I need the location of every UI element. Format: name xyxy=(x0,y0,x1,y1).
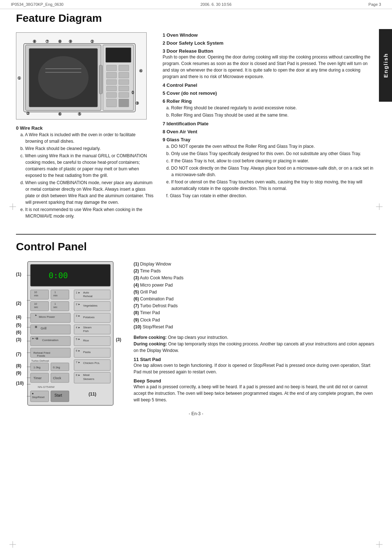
svg-text:1: 1 xyxy=(54,303,56,305)
svg-text:10: 10 xyxy=(34,303,37,305)
glass-tray-f: f. Glass Tray can rotate in either direc… xyxy=(166,193,376,199)
cp-label-1: (1) xyxy=(16,272,21,277)
svg-text:0:00: 0:00 xyxy=(49,271,68,280)
svg-text:Pasta: Pasta xyxy=(83,351,91,354)
svg-text:Vegetables: Vegetables xyxy=(83,304,98,307)
svg-text:Start: Start xyxy=(54,393,62,397)
header-right: Page 3 xyxy=(368,2,381,7)
svg-rect-37 xyxy=(30,290,49,299)
page-wrapper: IP0534_38G70KP_Eng_0630 2006. 6. 30 10:5… xyxy=(0,0,392,424)
wire-rack-item-e: e. It is not recommended to use Wire Rac… xyxy=(20,206,154,219)
item7-heading: 7 Identification Plate xyxy=(163,121,208,126)
glass-tray-d: d. DO NOT cook directly on the Glass Tra… xyxy=(166,165,376,178)
item3-text: Push to open the door. Opening the door … xyxy=(163,54,376,80)
svg-text:min: min xyxy=(34,294,38,297)
crosshair-bottom-left xyxy=(9,541,16,549)
svg-text:sec: sec xyxy=(53,306,57,308)
svg-text:1: 1 xyxy=(54,291,56,293)
wire-rack-list: a. A Wire Rack is included with the oven… xyxy=(16,131,154,219)
svg-text:Reheat: Reheat xyxy=(83,295,93,298)
before-cooking-label: Before cooking: xyxy=(134,335,167,340)
svg-text:Auto: Auto xyxy=(83,291,89,294)
cp-label-3: (3) xyxy=(16,337,21,342)
cp-item-5: (5) Grill Pad xyxy=(134,289,376,296)
svg-text:min: min xyxy=(53,294,57,297)
control-panel-title: Control Panel xyxy=(16,240,376,254)
item9-heading: 9 Glass Tray xyxy=(163,137,376,142)
cp-label-2: (2) xyxy=(16,301,21,306)
cp-item-10: (10) Stop/Reset Pad xyxy=(134,324,376,331)
feature-layout: ⑧ ⑦ ⑧ ⑨ ② ④ ① xyxy=(16,32,376,223)
svg-text:Stop/Reset: Stop/Reset xyxy=(32,396,45,399)
crosshair-right xyxy=(376,203,383,211)
microwave-diagram: ⑧ ⑦ ⑧ ⑨ ② ④ ① xyxy=(16,32,147,119)
svg-text:Clock: Clock xyxy=(53,376,61,380)
microwave-svg: ⑧ ⑦ ⑧ ⑨ ② ④ ① xyxy=(16,32,147,119)
svg-text:⑨: ⑨ xyxy=(69,39,72,44)
beep-sound-text: When a pad is pressed correctly, a beep … xyxy=(134,384,376,403)
control-panel-diagram: (1) (2) (4) (5) (6) (3) (7) (8) (9) (10) xyxy=(16,261,118,406)
beep-sound-heading: Beep Sound xyxy=(134,378,376,384)
item6-heading: 6 Roller Ring xyxy=(163,98,376,104)
svg-text:⑤: ⑤ xyxy=(78,112,81,116)
wire-rack-title: 0 Wire Rack xyxy=(16,125,154,131)
svg-text:7 ►: 7 ► xyxy=(76,361,81,364)
svg-text:►: ► xyxy=(35,314,37,316)
svg-text:⑧: ⑧ xyxy=(33,39,36,44)
cp-item-4: (4) Micro power Pad xyxy=(134,282,376,289)
svg-rect-19 xyxy=(106,99,117,107)
crosshair-left xyxy=(9,203,16,211)
svg-text:■: ■ xyxy=(32,392,33,395)
item-cover: 5 Cover (do not remove) xyxy=(163,90,376,96)
cp-item-9: (9) Clock Pad xyxy=(134,317,376,324)
cp-label-7: (7) xyxy=(16,352,21,357)
svg-text:Fish: Fish xyxy=(83,329,89,333)
control-panel-svg: 0:00 10 min 1 min 1 ► Auto xyxy=(27,261,114,406)
svg-rect-35 xyxy=(30,264,110,286)
feature-diagram-section: Feature Diagram xyxy=(16,12,376,223)
item8-heading: 8 Oven Air Vent xyxy=(163,129,197,134)
svg-text:②: ② xyxy=(90,39,94,44)
svg-rect-11 xyxy=(106,72,117,78)
cp-item-1: (1) Display Window xyxy=(134,261,376,268)
cp-label-3-right: (3) xyxy=(116,337,121,342)
svg-text:⑦: ⑦ xyxy=(45,39,49,44)
section-divider xyxy=(16,234,376,235)
header-left: IP0534_38G70KP_Eng_0630 xyxy=(11,2,64,7)
svg-text:3 ►: 3 ► xyxy=(76,315,81,317)
svg-text:Micro Power: Micro Power xyxy=(39,315,55,319)
before-cooking-text: Before cooking: One tap clears your inst… xyxy=(134,334,376,341)
roller-ring-list: a. Roller Ring should be cleaned regular… xyxy=(163,105,376,118)
svg-text:6 ►: 6 ► xyxy=(76,349,81,352)
wire-rack-block: 0 Wire Rack a. A Wire Rack is included w… xyxy=(16,125,154,219)
item-door-release: 3 Door Release Button Push to open the d… xyxy=(163,48,376,80)
roller-ring-b: b. Roller Ring and Glass Tray should be … xyxy=(166,112,376,118)
cp-label-4: (4) xyxy=(16,315,21,320)
control-left-col: (1) (2) (4) (5) (6) (3) (7) (8) (9) (10) xyxy=(16,261,125,406)
feature-diagram-title: Feature Diagram xyxy=(16,12,376,26)
footer-text: - En-3 - xyxy=(189,411,203,416)
item-oven-air-vent: 8 Oven Air Vent xyxy=(163,129,376,134)
wire-rack-item-d: d. When using the COMBINATION mode, neve… xyxy=(20,179,154,206)
svg-text:Steam: Steam xyxy=(83,326,91,329)
english-sidebar-label: English xyxy=(379,29,392,102)
svg-text:Combination: Combination xyxy=(42,339,58,342)
svg-rect-8 xyxy=(106,48,131,62)
cp-label-5: (5) xyxy=(16,323,21,328)
item-control-panel: 4 Control Panel xyxy=(163,82,376,88)
wire-rack-item-a: a. A Wire Rack is included with the oven… xyxy=(20,131,154,145)
svg-rect-20 xyxy=(119,99,129,107)
header-middle: 2006. 6. 30 10:56 xyxy=(200,2,232,7)
item-glass-tray: 9 Glass Tray a. DO NOT operate the oven … xyxy=(163,137,376,199)
svg-rect-10 xyxy=(119,65,129,71)
inner-content: Feature Diagram xyxy=(0,9,392,424)
svg-text:10: 10 xyxy=(34,291,37,293)
item2-heading: 2 Door Safety Lock System xyxy=(163,40,224,46)
cp-label-6: (6) xyxy=(16,330,21,335)
svg-text:Chicken Pcs.: Chicken Pcs. xyxy=(83,361,100,365)
feature-left-col: ⑧ ⑦ ⑧ ⑨ ② ④ ① xyxy=(16,32,154,223)
cp-label-10: (10) xyxy=(16,381,24,386)
svg-text:Potatoes: Potatoes xyxy=(83,316,95,319)
svg-text:Rice: Rice xyxy=(83,339,89,342)
svg-rect-9 xyxy=(106,65,117,71)
